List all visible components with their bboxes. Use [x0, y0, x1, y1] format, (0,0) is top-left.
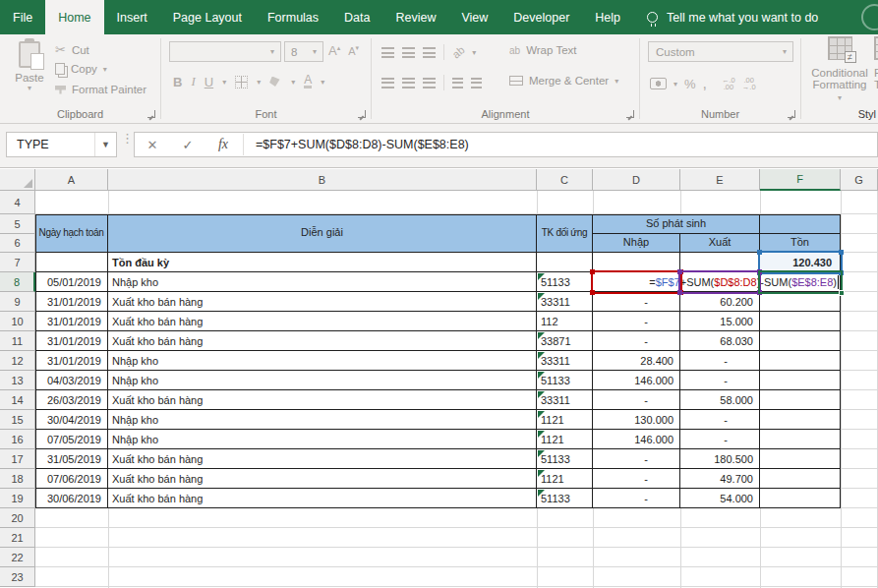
enter-button[interactable]: ✓	[170, 138, 205, 152]
font-size-combo[interactable]: 8▾	[284, 41, 323, 62]
cell-B15[interactable]: Nhập kho	[108, 410, 537, 430]
number-dialog-launcher[interactable]	[788, 110, 795, 118]
tab-formulas[interactable]: Formulas	[255, 0, 331, 34]
row-header-16[interactable]: 16	[0, 430, 35, 449]
cell-A17[interactable]: 31/05/2019	[35, 449, 108, 469]
cell-C10[interactable]: 112	[537, 312, 593, 331]
align-left-icon[interactable]	[381, 78, 394, 88]
align-top-icon[interactable]	[381, 47, 394, 58]
column-header-A[interactable]: A	[35, 169, 108, 191]
comma-style-button[interactable]: ,	[703, 75, 707, 92]
column-header-F[interactable]: F	[760, 169, 841, 191]
paste-button[interactable]: Paste ▾	[8, 38, 51, 111]
tab-developer[interactable]: Developer	[500, 0, 582, 34]
cell-E12[interactable]: -	[680, 351, 760, 371]
row-header-5[interactable]: 5	[0, 214, 35, 234]
cell-C8[interactable]: 51133	[537, 272, 593, 292]
tab-data[interactable]: Data	[331, 0, 382, 34]
cell-E17[interactable]: 180.500	[680, 449, 760, 469]
font-dialog-launcher[interactable]	[358, 110, 366, 118]
cell-A8[interactable]: 05/01/2019	[35, 272, 108, 292]
cell-E11[interactable]: 68.030	[680, 331, 760, 351]
cell-B14[interactable]: Xuất kho bán hàng	[108, 390, 537, 410]
cell-F16[interactable]	[760, 430, 841, 449]
column-header-E[interactable]: E	[680, 169, 760, 191]
cell-B10[interactable]: Xuất kho bán hàng	[108, 312, 537, 331]
worksheet-grid[interactable]: ABCDEFG456789101112131415161718192021222…	[0, 169, 878, 588]
cell-B13[interactable]: Nhập kho	[108, 371, 537, 390]
cell-E18[interactable]: 49.700	[680, 469, 760, 489]
cell-F19[interactable]	[760, 489, 841, 508]
cell-D11[interactable]: -	[593, 331, 680, 351]
cell-D15[interactable]: 130.000	[593, 410, 680, 430]
row-header-6[interactable]: 6	[0, 234, 35, 253]
cell-C15[interactable]: 1121	[537, 410, 593, 430]
row-header-20[interactable]: 20	[0, 508, 35, 528]
decrease-decimal-button[interactable]: .00→.0	[742, 77, 756, 90]
cell-E7[interactable]	[680, 253, 760, 272]
number-format-combo[interactable]: Custom▾	[648, 41, 793, 62]
cell-F12[interactable]	[760, 351, 841, 371]
cell-B7[interactable]: Tồn đầu kỳ	[108, 253, 537, 272]
fill-color-button[interactable]	[269, 77, 282, 88]
row-header-8[interactable]: 8	[0, 272, 35, 292]
name-box-dropdown-arrow[interactable]: ▼	[94, 133, 116, 156]
align-right-icon[interactable]	[423, 78, 436, 88]
cell-E19[interactable]: 54.000	[680, 489, 760, 508]
bold-button[interactable]: B	[173, 75, 182, 89]
cell-F9[interactable]	[760, 292, 841, 312]
tab-page-layout[interactable]: Page Layout	[160, 0, 255, 34]
merge-center-button[interactable]: Merge & Center ▾	[509, 75, 618, 87]
cell-E15[interactable]: -	[680, 410, 760, 430]
cell-A14[interactable]: 26/03/2019	[35, 390, 108, 410]
align-bottom-icon[interactable]	[423, 47, 436, 58]
cell-A12[interactable]: 31/01/2019	[35, 351, 108, 371]
cell-F14[interactable]	[760, 390, 841, 410]
row-header-15[interactable]: 15	[0, 410, 35, 430]
cell-C14[interactable]: 33311	[537, 390, 593, 410]
cell-B16[interactable]: Nhập kho	[108, 430, 537, 449]
row-header-12[interactable]: 12	[0, 351, 35, 371]
cell-D16[interactable]: 146.000	[593, 430, 680, 449]
decrease-indent-icon[interactable]	[452, 78, 463, 88]
cell-C12[interactable]: 33311	[537, 351, 593, 371]
row-header-4[interactable]: 4	[0, 191, 35, 214]
row-header-21[interactable]: 21	[0, 528, 35, 548]
row-header-22[interactable]: 22	[0, 548, 35, 567]
grow-font-button[interactable]: A▴	[328, 43, 340, 58]
row-header-10[interactable]: 10	[0, 312, 35, 331]
borders-button[interactable]	[235, 76, 248, 88]
cell-A18[interactable]: 07/06/2019	[35, 469, 108, 489]
cell-D13[interactable]: 146.000	[593, 371, 680, 390]
tab-help[interactable]: Help	[582, 0, 633, 34]
cell-D12[interactable]: 28.400	[593, 351, 680, 371]
cell-A13[interactable]: 04/03/2019	[35, 371, 108, 390]
cell-F15[interactable]	[760, 410, 841, 430]
font-name-combo[interactable]: ▾	[169, 41, 281, 62]
row-header-18[interactable]: 18	[0, 469, 35, 489]
cell-E13[interactable]: -	[680, 371, 760, 390]
cell-D17[interactable]: -	[593, 449, 680, 469]
cell-C9[interactable]: 33311	[537, 292, 593, 312]
tab-home[interactable]: Home	[45, 0, 103, 34]
row-header-11[interactable]: 11	[0, 331, 35, 351]
cell-D10[interactable]: -	[593, 312, 680, 331]
name-box[interactable]: TYPE ▼	[6, 132, 117, 157]
cell-A9[interactable]: 31/01/2019	[35, 292, 108, 312]
tab-file[interactable]: File	[0, 0, 45, 34]
cell-C11[interactable]: 33871	[537, 331, 593, 351]
cell-E16[interactable]: -	[680, 430, 760, 449]
cell-A7[interactable]	[35, 253, 108, 272]
alignment-dialog-launcher[interactable]	[626, 110, 634, 118]
cell-A19[interactable]: 30/06/2019	[35, 489, 108, 508]
row-header-9[interactable]: 9	[0, 292, 35, 312]
cell-D7[interactable]	[593, 253, 680, 272]
cancel-button[interactable]: ✕	[135, 138, 170, 152]
row-header-23[interactable]: 23	[0, 567, 35, 587]
cell-F17[interactable]	[760, 449, 841, 469]
increase-indent-icon[interactable]	[471, 78, 482, 88]
percent-style-button[interactable]: %	[684, 77, 696, 91]
tab-view[interactable]: View	[448, 0, 500, 34]
insert-function-button[interactable]: fx	[205, 137, 241, 152]
row-header-14[interactable]: 14	[0, 390, 35, 410]
